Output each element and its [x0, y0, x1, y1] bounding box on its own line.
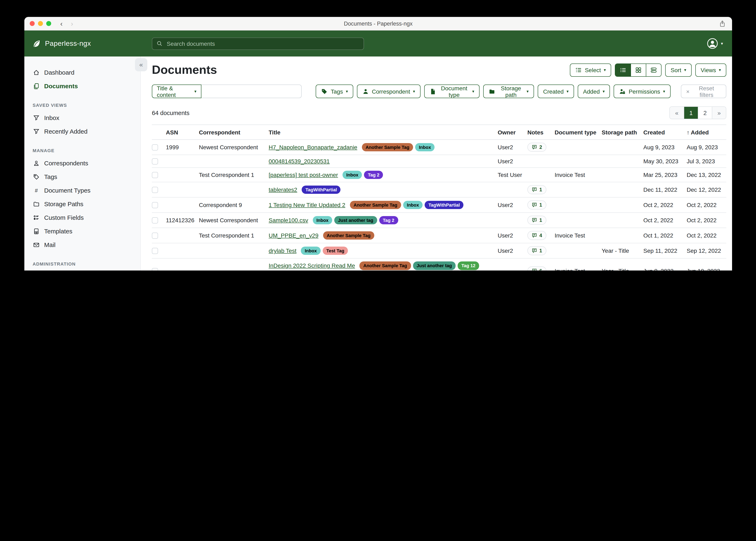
tag-chip[interactable]: Another Sample Tag — [350, 201, 401, 209]
tag-chip[interactable]: TagWithPartial — [425, 201, 464, 209]
sidebar-item-dashboard[interactable]: Dashboard — [33, 66, 135, 79]
notes-badge[interactable]: 4 — [527, 231, 546, 240]
tag-chip[interactable]: Tag 2 — [364, 171, 383, 179]
title-content-input[interactable] — [201, 85, 302, 98]
tag-chip[interactable]: Inbox — [343, 171, 362, 179]
tag-chip[interactable]: Just another tag — [334, 216, 377, 225]
row-checkbox[interactable] — [152, 233, 158, 239]
document-type-filter-button[interactable]: Document type▾ — [424, 85, 480, 98]
notes-badge[interactable]: 1 — [527, 201, 546, 210]
notes-badge[interactable]: 1 — [527, 185, 546, 195]
tag-chip[interactable]: Another Sample Tag — [360, 262, 411, 270]
document-title-link[interactable]: tablerates2 — [269, 187, 297, 193]
tag-chip[interactable]: Just another tag — [413, 262, 456, 270]
pagination-prev-button[interactable]: « — [670, 107, 684, 119]
document-title-link[interactable]: drylab Test — [269, 248, 296, 254]
document-title-link[interactable]: 1 Testing New Title Updated 2 — [269, 202, 345, 209]
row-checkbox[interactable] — [152, 202, 158, 208]
user-menu[interactable]: ▾ — [707, 38, 723, 49]
row-checkbox[interactable] — [152, 268, 158, 270]
chevron-down-icon: ▾ — [684, 68, 686, 72]
notes-badge[interactable]: 1 — [527, 247, 546, 256]
sidebar-item-document-types[interactable]: #Document Types — [33, 184, 135, 197]
brand[interactable]: Paperless-ngx — [24, 39, 141, 48]
row-checkbox[interactable] — [152, 248, 158, 254]
pagination-page-1[interactable]: 1 — [684, 107, 698, 119]
tag-chip[interactable]: Tag 2 — [379, 216, 398, 225]
tag-chip[interactable]: Test Tag — [323, 247, 348, 255]
tag-chip[interactable]: Inbox — [403, 201, 423, 209]
browser-forward-button[interactable]: › — [71, 20, 73, 27]
sidebar-item-label: Custom Fields — [44, 214, 84, 221]
column-header-storage-path[interactable]: Storage path — [602, 125, 643, 140]
filter-icon — [33, 128, 40, 135]
sidebar-item-inbox[interactable]: Inbox — [33, 111, 135, 125]
sort-button[interactable]: Sort ▾ — [665, 63, 691, 77]
sidebar-item-correspondents[interactable]: Correspondents — [33, 156, 135, 170]
document-title-link[interactable]: UM_PPBE_en_v29 — [269, 233, 318, 239]
document-title-link[interactable]: InDesign 2022 Scripting Read Me — [269, 263, 355, 269]
column-header-asn[interactable]: ASN — [166, 125, 199, 140]
title-content-dropdown[interactable]: Title & content ▾ — [152, 85, 201, 98]
tag-chip[interactable]: Inbox — [415, 143, 435, 152]
tags-filter-button[interactable]: Tags▾ — [316, 85, 353, 98]
pagination-page-2[interactable]: 2 — [698, 107, 712, 119]
notes-icon — [532, 268, 537, 270]
row-checkbox[interactable] — [152, 144, 158, 150]
correspondent-filter-button[interactable]: Correspondent▾ — [357, 85, 420, 98]
search-input[interactable] — [166, 40, 359, 47]
row-checkbox[interactable] — [152, 172, 158, 178]
document-title-link[interactable]: Sample100.csv — [269, 217, 308, 224]
document-title-link[interactable]: 0004814539_20230531 — [269, 158, 330, 165]
document-title-link[interactable]: [paperless] test post-owner — [269, 172, 338, 178]
column-header-owner[interactable]: Owner — [498, 125, 527, 140]
tag-chip[interactable]: TagWithPartial — [302, 186, 341, 194]
share-icon[interactable] — [719, 20, 725, 27]
select-button[interactable]: Select ▾ — [570, 63, 611, 77]
permissions-filter-button[interactable]: Permissions▾ — [614, 85, 671, 98]
notes-badge[interactable]: 2 — [527, 143, 546, 152]
notes-badge[interactable]: 1 — [527, 216, 546, 225]
sidebar-item-storage-paths[interactable]: Storage Paths — [33, 197, 135, 211]
added-filter-button[interactable]: Added▾ — [578, 85, 610, 98]
sidebar-item-documents[interactable]: Documents — [33, 79, 135, 93]
close-window-button[interactable] — [30, 21, 35, 26]
minimize-window-button[interactable] — [38, 21, 43, 26]
browser-back-button[interactable]: ‹ — [60, 20, 63, 27]
document-title-link[interactable]: H7_Napoleon_Bonaparte_zadanie — [269, 144, 357, 151]
sidebar-item-settings[interactable]: Settings — [33, 270, 135, 270]
title-content-filter: Title & content ▾ — [152, 85, 302, 98]
column-header-correspondent[interactable]: Correspondent — [199, 125, 269, 140]
tag-chip[interactable]: Inbox — [313, 216, 332, 225]
reset-filters-button[interactable]: × Reset filters — [681, 85, 726, 98]
pagination-next-button[interactable]: » — [712, 107, 726, 119]
row-checkbox[interactable] — [152, 217, 158, 224]
tag-chip[interactable]: Tag 12 — [458, 262, 479, 270]
detail-view-button[interactable] — [646, 64, 661, 76]
column-header-created[interactable]: Created — [643, 125, 687, 140]
tag-chip[interactable]: Another Sample Tag — [323, 231, 374, 240]
sidebar-item-mail[interactable]: Mail — [33, 238, 135, 252]
sidebar-item-tags[interactable]: Tags — [33, 170, 135, 184]
sort-ascending-icon: ↑ — [687, 129, 690, 136]
column-header-title[interactable]: Title — [269, 125, 498, 140]
tag-chip[interactable]: Another Sample Tag — [362, 143, 413, 152]
column-header-notes[interactable]: Notes — [527, 125, 555, 140]
sidebar-collapse-button[interactable]: « — [135, 58, 147, 71]
notes-badge[interactable]: 6 — [527, 267, 546, 270]
list-view-button[interactable] — [615, 64, 631, 76]
created-filter-button[interactable]: Created▾ — [538, 85, 574, 98]
grid-view-button[interactable] — [631, 64, 646, 76]
sidebar-item-recently-added[interactable]: Recently Added — [33, 125, 135, 138]
column-header-added[interactable]: ↑Added — [687, 125, 726, 140]
sidebar-item-custom-fields[interactable]: Custom Fields — [33, 211, 135, 224]
column-header-document-type[interactable]: Document type — [555, 125, 602, 140]
row-checkbox[interactable] — [152, 187, 158, 193]
views-button[interactable]: Views ▾ — [695, 63, 726, 77]
tag-chip[interactable]: Inbox — [301, 247, 321, 255]
zoom-window-button[interactable] — [46, 21, 51, 26]
row-checkbox[interactable] — [152, 158, 158, 164]
search-box[interactable] — [152, 37, 364, 50]
sidebar-item-templates[interactable]: Templates — [33, 224, 135, 238]
storage-path-filter-button[interactable]: Storage path▾ — [483, 85, 534, 98]
